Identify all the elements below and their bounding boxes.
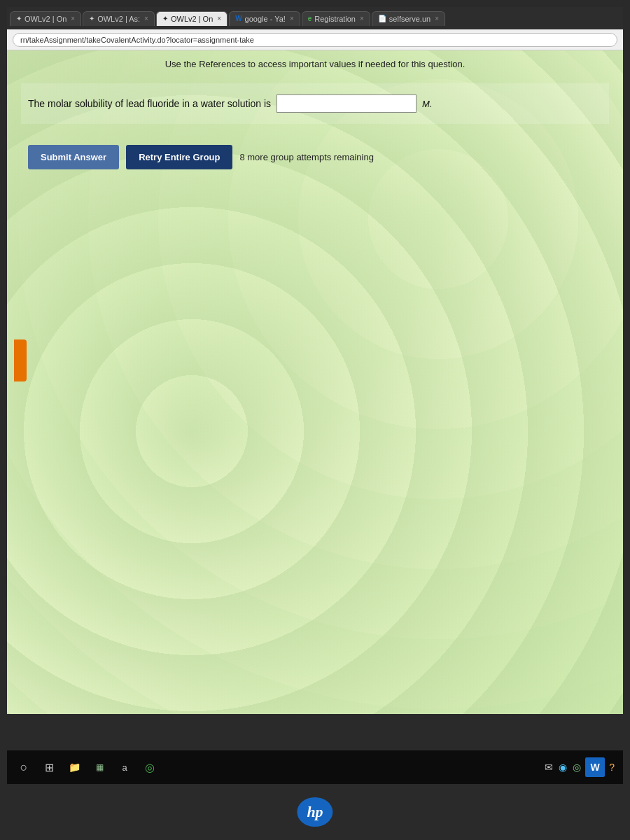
reference-note: Use the References to access important v…	[21, 59, 609, 69]
tab-label-2: OWLv2 | As:	[97, 15, 140, 23]
address-input[interactable]	[13, 33, 617, 47]
tab-label-6: selfserve.un	[389, 15, 430, 23]
hp-logo: hp	[297, 797, 332, 827]
tab-icon-2: ✦	[89, 15, 94, 22]
question-text-before: The molar solubility of lead fluoride in…	[28, 98, 271, 109]
tab-google[interactable]: W google - Ya! ×	[229, 11, 300, 26]
tab-icon-3: ✦	[162, 15, 168, 22]
tab-icon-5: e	[308, 15, 312, 22]
tab-registration[interactable]: e Registration ×	[302, 11, 370, 26]
tab-label-5: Registration	[314, 15, 356, 23]
tray-mail-icon[interactable]: ✉	[543, 760, 554, 774]
tab-label-1: OWLv2 | On	[24, 15, 66, 23]
taskbar-folder-icon[interactable]: 📁	[64, 757, 84, 777]
unit-label: M.	[422, 99, 432, 109]
taskbar: ○ ⊞ 📁 ▦ a ◎ ✉ ◉ ◎ W ?	[7, 750, 623, 784]
submit-answer-button[interactable]: Submit Answer	[28, 145, 119, 169]
tray-refresh-icon[interactable]: ◎	[571, 760, 582, 774]
tab-label-3: OWLv2 | On	[171, 15, 213, 23]
browser-chrome: ✦ OWLv2 | On × ✦ OWLv2 | As: × ✦ OWLv2 |…	[7, 7, 623, 50]
tray-help-icon[interactable]: ?	[608, 760, 616, 774]
tab-owlv2-2[interactable]: ✦ OWLv2 | As: ×	[83, 11, 155, 26]
tab-bar: ✦ OWLv2 | On × ✦ OWLv2 | As: × ✦ OWLv2 |…	[7, 7, 623, 29]
answer-input[interactable]	[276, 94, 416, 113]
tab-icon-6: 📄	[378, 15, 386, 22]
button-row: Submit Answer Retry Entire Group 8 more …	[21, 138, 609, 176]
tab-close-5[interactable]: ×	[360, 15, 364, 22]
monitor: ✦ OWLv2 | On × ✦ OWLv2 | As: × ✦ OWLv2 |…	[0, 0, 630, 840]
tab-selfserve[interactable]: 📄 selfserve.un ×	[372, 11, 445, 26]
taskbar-a-icon[interactable]: a	[115, 757, 134, 777]
hp-logo-area: hp	[297, 791, 332, 833]
start-button[interactable]: ○	[14, 757, 34, 777]
question-text: The molar solubility of lead fluoride in…	[21, 94, 609, 113]
tab-close-2[interactable]: ×	[144, 15, 148, 22]
tab-close-4[interactable]: ×	[290, 15, 294, 22]
attempts-remaining-text: 8 more group attempts remaining	[239, 152, 373, 162]
taskbar-tray: ✉ ◉ ◎ W ?	[543, 757, 616, 777]
tab-icon-1: ✦	[16, 15, 22, 22]
tab-close-1[interactable]: ×	[71, 15, 75, 22]
question-area: The molar solubility of lead fluoride in…	[21, 83, 609, 124]
tray-word-icon[interactable]: W	[585, 757, 605, 777]
tab-close-6[interactable]: ×	[435, 15, 439, 22]
orange-side-tab[interactable]	[14, 340, 27, 382]
tab-close-3[interactable]: ×	[217, 15, 221, 22]
screen: ✦ OWLv2 | On × ✦ OWLv2 | As: × ✦ OWLv2 |…	[7, 7, 623, 714]
tray-browser-icon[interactable]: ◉	[557, 760, 568, 774]
tab-owlv2-3[interactable]: ✦ OWLv2 | On ×	[156, 11, 227, 26]
tab-icon-4: W	[235, 15, 241, 22]
tab-label-4: google - Ya!	[245, 15, 286, 23]
taskbar-grid-icon[interactable]: ⊞	[39, 757, 59, 777]
address-bar	[7, 29, 623, 50]
retry-entire-group-button[interactable]: Retry Entire Group	[126, 145, 232, 169]
taskbar-circle-icon[interactable]: ◎	[140, 757, 160, 777]
page-content: Use the References to access important v…	[7, 50, 623, 185]
taskbar-tiles-icon[interactable]: ▦	[90, 757, 109, 777]
tab-owlv2-1[interactable]: ✦ OWLv2 | On ×	[10, 11, 81, 26]
